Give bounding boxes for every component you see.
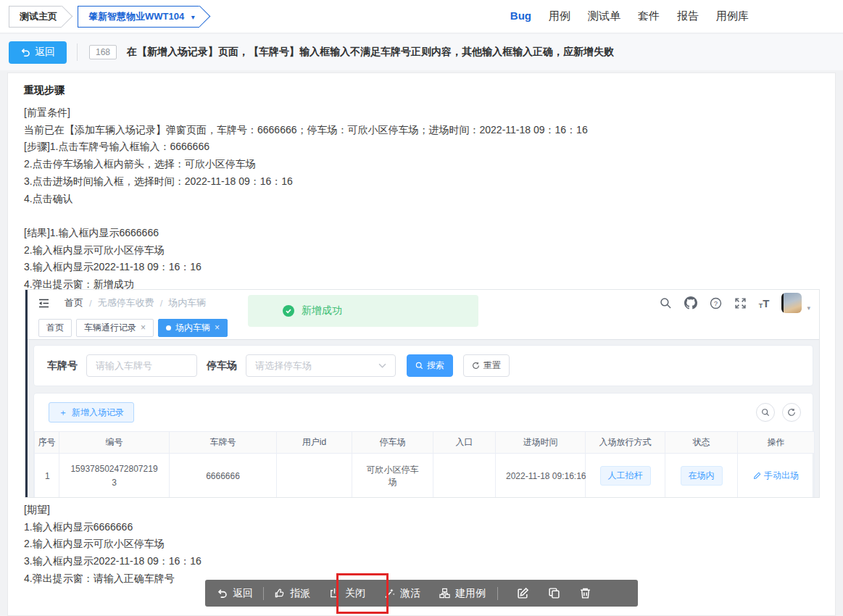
cell-operation: 手动出场 — [738, 454, 815, 499]
screenshot-header-tools: ? TT ▾ — [660, 293, 810, 313]
breadcrumb-home[interactable]: 测试主页 — [9, 6, 62, 28]
top-nav: Bug 用例 测试单 套件 报告 用例库 — [510, 9, 749, 23]
app-header: 测试主页 肇新智慧物业WWT104 ▾ Bug 用例 测试单 套件 报告 用例库 — [0, 0, 843, 33]
search-filter-card: 车牌号 停车场 请选择停车场 搜索 重置 — [33, 345, 813, 386]
tab-vehicle-records: 车辆通行记录 × — [76, 319, 154, 337]
col-entry-time: 进场时间 — [496, 432, 586, 454]
fullscreen-icon — [734, 297, 747, 309]
divider — [263, 587, 264, 600]
table-card: ＋ 新增入场记录 — [33, 393, 813, 498]
divider — [77, 43, 78, 61]
repro-line: 3.输入框内显示2022-11-18 09：16：16 — [24, 259, 588, 276]
back-action-button[interactable]: 返回 — [217, 587, 253, 600]
back-button[interactable]: 返回 — [9, 41, 67, 64]
col-plate: 车牌号 — [170, 432, 277, 454]
expected-line: 4.弹出提示窗：请输入正确车牌号 — [24, 570, 202, 588]
undo-icon — [217, 588, 228, 599]
github-icon — [684, 296, 697, 309]
manual-exit-link: 手动出场 — [753, 470, 799, 482]
active-dot-icon — [166, 325, 171, 330]
screenshot-breadcrumb-module: 无感停车收费 — [98, 296, 154, 309]
screenshot-breadcrumb-page: 场内车辆 — [168, 296, 206, 309]
delete-button[interactable] — [579, 587, 591, 599]
cell-entry-time: 2022-11-18 09:16:16 — [496, 454, 586, 499]
add-entry-record-label: 新增入场记录 — [72, 407, 124, 419]
slash-separator: / — [89, 298, 92, 309]
assign-button[interactable]: 指派 — [274, 587, 310, 600]
nav-item-caselib[interactable]: 用例库 — [716, 9, 749, 23]
col-user-id: 用户id — [277, 432, 352, 454]
repro-line: 当前已在【添加车辆入场记录】弹窗页面，车牌号：6666666；停车场：可欣小区停… — [24, 122, 588, 139]
activate-button[interactable]: 激活 — [384, 587, 420, 600]
search-button: 搜索 — [407, 354, 453, 377]
help-icon: ? — [710, 297, 722, 309]
status-badge: 在场内 — [681, 466, 723, 486]
breadcrumb-project-label: 肇新智慧物业WWT104 — [88, 11, 184, 22]
table-tools — [756, 403, 801, 422]
nav-item-suite[interactable]: 套件 — [638, 9, 660, 23]
col-status: 状态 — [665, 432, 738, 454]
screenshot-breadcrumb-home: 首页 — [65, 296, 83, 309]
expected-text: [期望] 1.输入框内显示6666666 2.输入框内显示可欣小区停车场 3.输… — [24, 501, 202, 588]
tab-label: 车辆通行记录 — [84, 320, 136, 336]
screenshot-breadcrumb: 首页 / 无感停车收费 / 场内车辆 — [65, 296, 206, 309]
reset-button: 重置 — [463, 354, 510, 377]
add-entry-record-button: ＋ 新增入场记录 — [49, 402, 134, 423]
expected-line: 2.输入框内显示可欣小区停车场 — [24, 536, 202, 553]
expected-line: [期望] — [24, 501, 202, 519]
tab-label: 场内车辆 — [175, 320, 210, 336]
cell-entrance — [433, 454, 496, 499]
close-bug-label: 关闭 — [345, 587, 365, 600]
select-placeholder: 请选择停车场 — [255, 359, 312, 372]
expected-line: 1.输入框内显示6666666 — [24, 519, 202, 536]
vehicles-table: 序号 编号 车牌号 用户id 停车场 入口 进场时间 入场放行方式 状态 操作 — [34, 431, 815, 498]
edit-button[interactable] — [517, 587, 529, 599]
cell-status: 在场内 — [665, 454, 738, 499]
title-bar: 返回 168 在【新增入场记录】页面，【车牌号】输入框输入不满足车牌号正则内容，… — [0, 34, 843, 70]
magic-wand-icon — [384, 588, 395, 599]
close-icon: × — [215, 320, 220, 336]
nav-item-bug[interactable]: Bug — [510, 9, 531, 23]
activate-label: 激活 — [400, 587, 420, 600]
close-bug-button[interactable]: 关闭 — [329, 587, 365, 600]
svg-text:?: ? — [714, 299, 718, 307]
search-icon — [660, 297, 672, 309]
bug-detail-page: 测试主页 肇新智慧物业WWT104 ▾ Bug 用例 测试单 套件 报告 用例库… — [0, 0, 843, 616]
nav-item-report[interactable]: 报告 — [677, 9, 699, 23]
breadcrumb-project[interactable]: 肇新智慧物业WWT104 ▾ — [78, 6, 199, 28]
nav-item-testsheet[interactable]: 测试单 — [588, 9, 620, 23]
expected-line: 3.输入框内显示2022-11-18 09：16：16 — [24, 553, 202, 570]
cell-plate: 6666666 — [170, 454, 277, 499]
refresh-icon — [782, 403, 801, 422]
cell-code: 1593785024728072193 — [59, 454, 170, 499]
divider — [497, 587, 498, 600]
font-size-icon: TT — [759, 297, 770, 309]
repro-line: 2.点击停车场输入框内箭头，选择：可欣小区停车场 — [24, 156, 588, 173]
repro-line — [24, 207, 588, 225]
copy-button[interactable] — [548, 587, 560, 599]
avatar — [781, 293, 802, 313]
plate-number-label: 车牌号 — [47, 359, 78, 372]
col-code: 编号 — [59, 432, 170, 454]
plate-number-input — [86, 354, 197, 377]
success-toast: 新增成功 — [248, 295, 478, 327]
menu-collapse-icon — [38, 298, 50, 309]
create-case-button[interactable]: 建用例 — [439, 587, 486, 600]
cell-lot: 可欣小区停车场 — [352, 454, 433, 499]
repro-line: 3.点击进场时间输入框，选择时间：2022-11-18 09：16：16 — [24, 173, 588, 191]
repro-line: [结果]1.输入框内显示6666666 — [24, 225, 588, 242]
undo-icon — [20, 47, 30, 57]
repro-line: [步骤]1.点击车牌号输入框输入：6666666 — [24, 138, 588, 156]
assign-hand-icon — [274, 588, 285, 599]
parking-lot-label: 停车场 — [207, 359, 237, 372]
back-button-label: 返回 — [35, 46, 55, 59]
check-circle-icon — [283, 305, 294, 317]
power-close-icon — [329, 588, 340, 599]
slash-separator: / — [160, 298, 163, 309]
plus-icon: ＋ — [59, 407, 67, 419]
nav-item-cases[interactable]: 用例 — [549, 9, 570, 23]
sitemap-icon — [439, 588, 450, 599]
breadcrumb-home-label: 测试主页 — [20, 11, 57, 22]
tab-onsite-vehicles: 场内车辆 × — [158, 319, 228, 337]
cell-user-id — [277, 454, 352, 499]
